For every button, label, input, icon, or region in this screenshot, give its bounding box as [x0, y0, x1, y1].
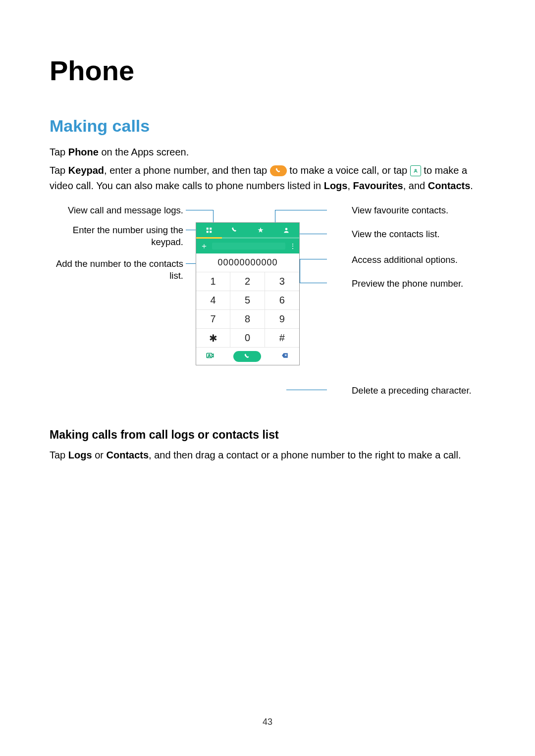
- svg-point-7: [209, 354, 210, 355]
- key-label: 9: [279, 313, 285, 325]
- text: or: [92, 450, 107, 460]
- callout-keypad: Enter the number using the keypad.: [50, 224, 183, 248]
- text-bold: Logs: [324, 180, 348, 191]
- leader-line: [286, 390, 327, 390]
- subsection-title-call-logs: Making calls from call logs or contacts …: [50, 428, 485, 442]
- text-bold: Contacts: [428, 180, 471, 191]
- leader-line: [300, 259, 300, 283]
- text: , and: [403, 180, 428, 191]
- text: ,: [347, 180, 353, 191]
- key-label: 0: [245, 332, 250, 344]
- phone-mock: ＋ ⋮ 00000000000 1 2 3 4 5 6 7 8 9 ✱ 0 #: [196, 222, 300, 365]
- paragraph-logs-contacts: Tap Logs or Contacts, and then drag a co…: [50, 448, 485, 463]
- key-hash[interactable]: #: [265, 328, 299, 347]
- key-1[interactable]: 1: [196, 272, 230, 291]
- tab-keypad[interactable]: [196, 223, 222, 239]
- key-3[interactable]: 3: [265, 272, 299, 291]
- svg-rect-1: [207, 227, 209, 229]
- text-bold: Contacts: [107, 450, 149, 460]
- key-6[interactable]: 6: [265, 291, 299, 309]
- phone-figure: View call and message logs. Enter the nu…: [50, 202, 485, 415]
- key-label: #: [279, 332, 285, 344]
- svg-rect-3: [207, 231, 209, 233]
- key-label: 4: [211, 295, 216, 306]
- key-label: 3: [279, 276, 285, 287]
- paragraph-make-call: Tap Keypad, enter a phone number, and th…: [50, 163, 485, 194]
- leader-line: [300, 283, 327, 283]
- video-call-button[interactable]: [206, 351, 214, 362]
- callout-delete: Delete a preceding character.: [352, 385, 485, 397]
- text-bold: Keypad: [68, 165, 104, 176]
- page-title: Phone: [50, 54, 485, 87]
- tab-logs[interactable]: [222, 223, 248, 239]
- video-call-icon: [410, 165, 421, 176]
- text: , enter a phone number, and then tap: [104, 165, 270, 176]
- text-bold: Favourites: [353, 180, 403, 191]
- key-8[interactable]: 8: [230, 309, 265, 328]
- text: .: [470, 180, 473, 191]
- leader-line: [186, 210, 213, 210]
- leader-line: [275, 210, 327, 210]
- callout-contacts: View the contacts list.: [352, 228, 485, 240]
- svg-point-5: [285, 228, 288, 230]
- number-preview: 00000000000: [196, 253, 299, 272]
- text: to make a voice call, or tap: [289, 165, 410, 176]
- add-to-contacts-icon[interactable]: ＋: [200, 241, 208, 252]
- text: Tap: [50, 165, 68, 176]
- phone-subbar: ＋ ⋮: [196, 239, 299, 253]
- svg-rect-2: [210, 227, 212, 229]
- text: , and then drag a contact or a phone num…: [149, 450, 461, 460]
- phone-action-row: [196, 347, 299, 365]
- key-label: 8: [245, 313, 250, 325]
- key-label: 7: [211, 313, 216, 325]
- backspace-button[interactable]: [280, 352, 290, 361]
- key-4[interactable]: 4: [196, 291, 230, 309]
- subbar-spacer: [212, 243, 285, 250]
- tab-favourites[interactable]: [248, 223, 273, 239]
- key-7[interactable]: 7: [196, 309, 230, 328]
- text: Tap: [50, 147, 68, 157]
- tab-contacts[interactable]: [273, 223, 299, 239]
- more-options-icon[interactable]: ⋮: [289, 242, 295, 250]
- callout-logs: View call and message logs.: [50, 204, 183, 216]
- svg-point-0: [415, 169, 416, 171]
- key-star[interactable]: ✱: [196, 328, 230, 347]
- leader-line: [297, 259, 327, 259]
- text: Tap: [50, 450, 68, 460]
- paragraph-apps-screen: Tap Phone on the Apps screen.: [50, 145, 485, 160]
- key-label: ✱: [209, 332, 217, 344]
- callout-more-options: Access additional options.: [352, 254, 485, 266]
- key-label: 5: [245, 295, 250, 306]
- text-bold: Logs: [68, 450, 92, 460]
- key-label: 2: [245, 276, 250, 287]
- svg-rect-4: [210, 231, 212, 233]
- callout-add-contact: Add the number to the contacts list.: [50, 258, 183, 282]
- key-label: 6: [279, 295, 285, 306]
- callout-favourites: View favourite contacts.: [352, 204, 485, 216]
- section-title-making-calls: Making calls: [50, 116, 485, 136]
- callout-number-preview: Preview the phone number.: [352, 278, 485, 290]
- key-2[interactable]: 2: [230, 272, 265, 291]
- text-bold: Phone: [68, 147, 99, 157]
- phone-tabs: [196, 223, 299, 239]
- keypad: 1 2 3 4 5 6 7 8 9 ✱ 0 #: [196, 272, 299, 347]
- text: on the Apps screen.: [99, 147, 189, 157]
- dial-button[interactable]: [233, 351, 261, 362]
- call-icon: [270, 165, 287, 176]
- page-number: 43: [0, 717, 535, 727]
- key-0[interactable]: 0: [230, 328, 265, 347]
- key-9[interactable]: 9: [265, 309, 299, 328]
- key-5[interactable]: 5: [230, 291, 265, 309]
- key-label: 1: [211, 276, 216, 287]
